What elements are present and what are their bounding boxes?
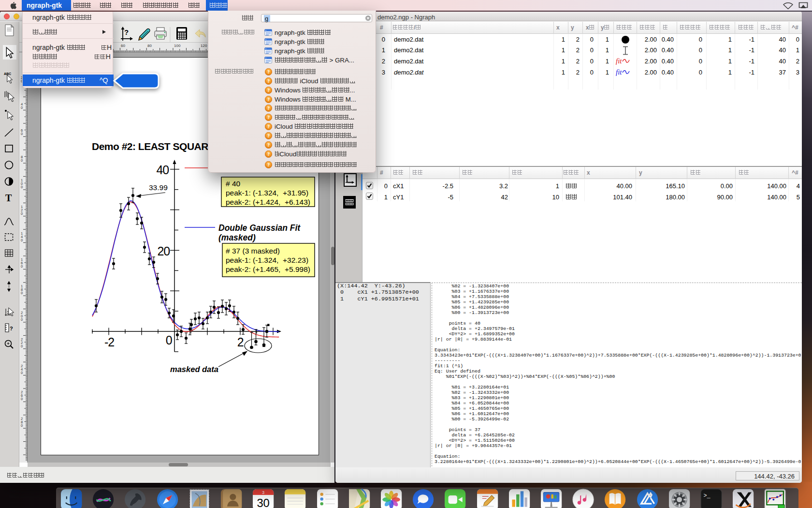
svg-text:masked data: masked data (170, 365, 218, 374)
svg-text:60: 60 (121, 44, 125, 48)
svg-text:?: ? (267, 115, 270, 120)
svg-text:2: 2 (237, 335, 244, 349)
svg-text:?: ? (267, 88, 270, 93)
svg-text:?: ? (10, 326, 13, 331)
svg-text:?: ? (267, 70, 270, 75)
svg-text:100: 100 (174, 44, 181, 48)
svg-text:-2: -2 (104, 335, 114, 349)
svg-text:80: 80 (147, 44, 152, 48)
svg-text:3: 3 (262, 490, 264, 495)
svg-text:>_: >_ (703, 493, 710, 499)
svg-text:40: 40 (157, 163, 169, 177)
svg-text:40: 40 (21, 102, 23, 110)
svg-text:33.99: 33.99 (149, 183, 168, 192)
svg-text:peak-2: (+1.424, +6.143): peak-2: (+1.424, +6.143) (226, 198, 310, 206)
svg-text:?: ? (267, 152, 270, 157)
svg-text:120: 120 (201, 44, 207, 48)
svg-text:Double Gaussian Fit: Double Gaussian Fit (218, 223, 301, 233)
svg-text:240: 240 (21, 364, 23, 375)
svg-text:?: ? (267, 97, 270, 102)
svg-text:140: 140 (21, 231, 23, 242)
svg-text:?: ? (267, 106, 270, 111)
svg-text:280: 280 (21, 417, 23, 428)
svg-text:?: ? (267, 134, 270, 138)
svg-text:100: 100 (21, 178, 23, 189)
svg-text:?: ? (267, 143, 270, 148)
svg-text:0: 0 (166, 333, 172, 347)
svg-text:?: ? (124, 28, 129, 36)
svg-text:80: 80 (21, 155, 23, 163)
svg-text:# 40: # 40 (226, 179, 241, 188)
svg-text:?: ? (267, 79, 270, 84)
svg-text:peak-1: (-1.324, +32.23): peak-1: (-1.324, +32.23) (226, 256, 308, 264)
svg-text:peak-1: (-1.324, +31.95): peak-1: (-1.324, +31.95) (226, 189, 308, 197)
svg-text:220: 220 (21, 337, 23, 348)
svg-text:(masked): (masked) (218, 233, 256, 242)
svg-text:ABC: ABC (4, 72, 11, 75)
svg-text:# 37 (3 masked): # 37 (3 masked) (226, 247, 280, 255)
svg-text:180: 180 (21, 284, 23, 295)
svg-text:200: 200 (21, 311, 23, 322)
svg-text:30: 30 (257, 496, 269, 508)
svg-text:?: ? (267, 124, 270, 129)
svg-text:?: ? (267, 163, 270, 167)
svg-text:20: 20 (158, 244, 170, 258)
svg-text:T: T (5, 193, 12, 203)
svg-text:60: 60 (21, 128, 23, 136)
svg-text:120: 120 (21, 205, 23, 216)
svg-text:260: 260 (21, 390, 23, 401)
svg-text:160: 160 (21, 257, 23, 269)
svg-text:peak-2: (+1.465, +5.998): peak-2: (+1.465, +5.998) (226, 265, 310, 273)
